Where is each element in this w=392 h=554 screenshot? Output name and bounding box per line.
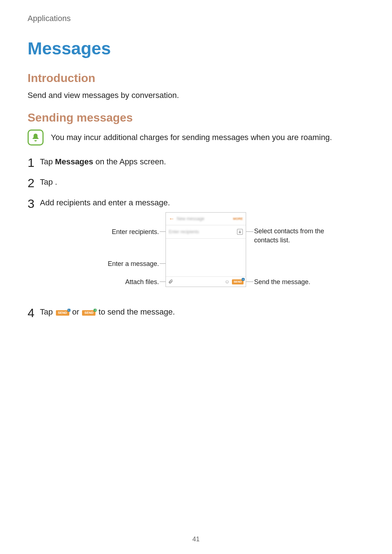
intro-text: Send and view messages by conversation. bbox=[28, 90, 364, 101]
step-2: Tap . bbox=[28, 177, 364, 188]
emoji-icon: ☺ bbox=[224, 278, 229, 286]
step-list: Tap Messages on the Apps screen. Tap . A… bbox=[28, 156, 364, 318]
page-title: Messages bbox=[28, 38, 364, 58]
callout-send: Send the message. bbox=[254, 278, 345, 287]
callout-contacts: Select contacts from the contacts list. bbox=[254, 227, 363, 245]
step-3: Add recipients and enter a message. Ente… bbox=[28, 197, 364, 296]
figure: Enter recipients. Enter a message. Attac… bbox=[80, 212, 367, 296]
document-page: Applications Messages Introduction Send … bbox=[0, 0, 392, 554]
page-number: 41 bbox=[0, 535, 392, 543]
divider bbox=[166, 238, 246, 239]
contact-icon bbox=[237, 229, 243, 235]
callout-recipients: Enter recipients. bbox=[80, 227, 159, 237]
step-3-text: Add recipients and enter a message. bbox=[40, 198, 170, 207]
step-1-pre: Tap bbox=[40, 157, 55, 166]
step-4-mid: or bbox=[72, 307, 82, 316]
send-icon-sim2: SEND2 bbox=[82, 310, 95, 316]
sim-badge-1: 1 bbox=[68, 309, 70, 312]
more-label: MORE bbox=[233, 217, 243, 221]
phone-mock: ← New message MORE Enter recipients bbox=[166, 212, 246, 287]
bell-icon bbox=[28, 130, 44, 145]
step-4: Tap SEND1 or SEND2 to send the message. bbox=[28, 307, 364, 318]
back-arrow-icon: ← bbox=[169, 215, 175, 223]
info-note: You may incur additional charges for sen… bbox=[28, 130, 364, 145]
title-blurred: New message bbox=[177, 216, 204, 222]
sending-heading: Sending messages bbox=[28, 111, 364, 124]
compose-bar: ☺ SEND bbox=[166, 276, 246, 287]
step-2-post: . bbox=[55, 177, 57, 186]
step-1-bold: Messages bbox=[55, 157, 93, 166]
callout-contacts-l2: contacts list. bbox=[254, 237, 290, 244]
intro-heading: Introduction bbox=[28, 71, 364, 85]
step-1-post: on the Apps screen. bbox=[93, 157, 166, 166]
send-button: SEND bbox=[232, 279, 244, 284]
step-4-post: to send the message. bbox=[99, 307, 175, 316]
recipient-placeholder: Enter recipients bbox=[169, 229, 199, 235]
sim-badge-2: 2 bbox=[94, 309, 97, 312]
step-2-pre: Tap bbox=[40, 177, 55, 186]
paperclip-icon bbox=[168, 276, 173, 287]
callout-line bbox=[245, 282, 253, 282]
section-header: Applications bbox=[28, 14, 364, 23]
step-1: Tap Messages on the Apps screen. bbox=[28, 156, 364, 168]
recipient-row: Enter recipients bbox=[166, 225, 246, 238]
send-icon-sim1: SEND1 bbox=[56, 310, 69, 316]
note-text: You may incur additional charges for sen… bbox=[51, 133, 332, 142]
callout-message: Enter a message. bbox=[80, 259, 159, 268]
callout-attach: Attach files. bbox=[80, 278, 159, 287]
step-4-pre: Tap bbox=[40, 307, 55, 316]
callout-contacts-l1: Select contacts from the bbox=[254, 227, 324, 235]
phone-titlebar: ← New message MORE bbox=[166, 213, 246, 225]
